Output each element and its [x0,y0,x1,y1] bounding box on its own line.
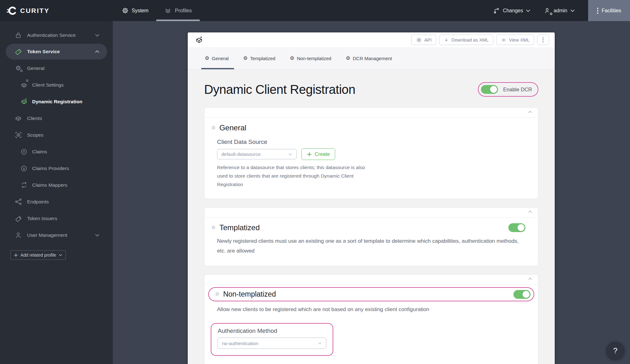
templatized-toggle[interactable] [508,223,525,232]
nav-tab-system[interactable]: System [114,0,156,21]
tab-dcr-management[interactable]: ⚙ DCR Management [345,47,393,69]
profiles-layers-icon [164,7,172,14]
non-templatized-toggle[interactable] [513,290,530,299]
enable-dcr-control: Enable DCR [478,82,538,97]
sidebar-item-clients[interactable]: Clients [0,110,113,127]
facilities-button[interactable]: Facilities [588,0,630,21]
plus-icon [14,253,18,257]
sidebar-item-claims-mappers[interactable]: Claims Mappers [0,177,113,193]
gear-icon: ⚙ [205,56,209,61]
tab-label: Templatized [250,56,275,61]
sidebar-item-label: User Management [27,232,67,238]
gears-icon: ⚙⚙ [14,65,22,71]
sidebar-item-label: Claims [32,149,47,155]
branch-icon [493,7,500,14]
admin-user-menu[interactable]: ⚙ admin [544,7,575,14]
help-button[interactable]: ? [606,342,624,360]
sidebar-item-label: Dynamic Registration [32,99,82,105]
sidebar-item-scopes[interactable]: Scopes [0,127,113,143]
sidebar-item-general[interactable]: ⚙⚙ General [0,60,113,77]
api-button[interactable]: API [411,35,436,45]
section-general-body: ⚙ General Client Data Source default-dat… [204,118,538,199]
sidebar-item-label: Client Settings [32,82,64,88]
create-datasource-button[interactable]: Create [301,148,335,160]
tab-non-templatized[interactable]: ⚙ Non-templatized [289,47,332,69]
cube-plus-icon [20,98,28,105]
gear-icon: ⚙ [346,56,350,61]
enable-dcr-label: Enable DCR [503,87,532,93]
gear-icon: ⚙ [211,225,215,230]
mini-gear-icon: ⚙ [550,12,553,16]
download-xml-button[interactable]: Download as XML [439,35,493,45]
scope-icon [14,131,22,139]
authentication-method-value: no-authentication [222,341,258,346]
card-header: API Download as XML View XML [188,32,555,47]
tab-label: General [212,56,228,61]
sidebar-item-authentication-service[interactable]: Authentication Service [0,27,113,43]
nav-tab-profiles[interactable]: Profiles [156,0,199,21]
sidebar-item-client-settings[interactable]: ⚙ Client Settings [0,77,113,93]
sidebar-item-label: Scopes [27,132,43,138]
client-data-source-select[interactable]: default-datasource [217,149,297,159]
toggle-knob [490,86,497,93]
sidebar-item-claims-providers[interactable]: Claims Providers [0,160,113,177]
card-actions: API Download as XML View XML [411,35,549,45]
sidebar-item-user-management[interactable]: User Management [0,227,113,243]
tab-general[interactable]: ⚙ General [204,47,229,69]
client-data-source-label: Client Data Source [217,139,525,145]
section-title: General [219,123,246,132]
help-button-label: ? [613,346,617,355]
sidebar-item-endpoints[interactable]: Endpoints [0,193,113,210]
dynamic-registration-cube-plus-icon [195,36,203,44]
claims-icon [20,148,28,156]
sidebar-item-label: Claims Providers [32,166,69,171]
changes-menu[interactable]: Changes [493,7,530,14]
cube-gear-icon: ⚙ [20,81,28,89]
gear-icon [122,7,129,14]
section-non-templatized-body: Allow new clients to be registered which… [204,305,538,364]
section-templatized: ⚙ Templatized Newly registered clients m… [204,207,538,266]
profile-card: API Download as XML View XML [188,32,555,364]
sidebar-item-label: General [27,65,44,71]
sidebar-item-dynamic-registration[interactable]: Dynamic Registration [0,93,113,110]
workspace: API Download as XML View XML [113,21,630,364]
sidebar-item-label: Authentication Service [27,32,76,38]
curity-logo-icon [6,6,17,15]
client-data-source-row: default-datasource Create [217,148,525,160]
ticket-plus-icon [14,214,22,223]
tab-templatized[interactable]: ⚙ Templatized [243,47,276,69]
collapse-chevron-up-icon[interactable] [528,210,532,213]
view-xml-button[interactable]: View XML [496,35,534,45]
api-button-label: API [424,37,432,43]
section-collapse-strip [204,108,538,118]
ticket-icon [14,48,22,56]
client-data-source-value: default-datasource [221,151,261,157]
kebab-dots-icon [542,37,544,43]
sidebar-item-token-issuers[interactable]: Token Issuers [0,210,113,227]
authentication-method-select[interactable]: no-authentication [218,338,326,349]
share-icon [14,198,22,206]
chevron-down-icon [526,9,530,12]
top-navigation: System Profiles [114,0,200,21]
more-options-button[interactable] [537,35,549,45]
view-xml-label: View XML [509,37,530,43]
sidebar-item-token-service[interactable]: Token Service [6,44,107,60]
eye-icon [501,37,507,43]
admin-label: admin [553,8,567,14]
gear-icon: ⚙ [243,56,248,61]
card-body: Dynamic Client Registration Enable DCR [188,70,555,364]
chevron-down-icon [318,342,322,344]
curity-logo[interactable]: CURITY [6,6,49,15]
enable-dcr-toggle[interactable] [481,85,498,94]
topbar: CURITY System Profiles [0,0,630,21]
create-button-label: Create [315,151,330,157]
collapse-chevron-up-icon[interactable] [528,277,532,280]
authentication-method-label: Authentication Method [218,327,326,334]
sections: ⚙ General Client Data Source default-dat… [204,107,538,364]
gear-icon: ⚙ [290,56,294,61]
sidebar-item-claims[interactable]: Claims [0,143,113,160]
title-row: Dynamic Client Registration Enable DCR [204,82,538,97]
tab-label: Non-templatized [297,56,331,61]
add-related-profile-button[interactable]: Add related profile [10,250,66,260]
collapse-chevron-up-icon[interactable] [528,111,532,113]
